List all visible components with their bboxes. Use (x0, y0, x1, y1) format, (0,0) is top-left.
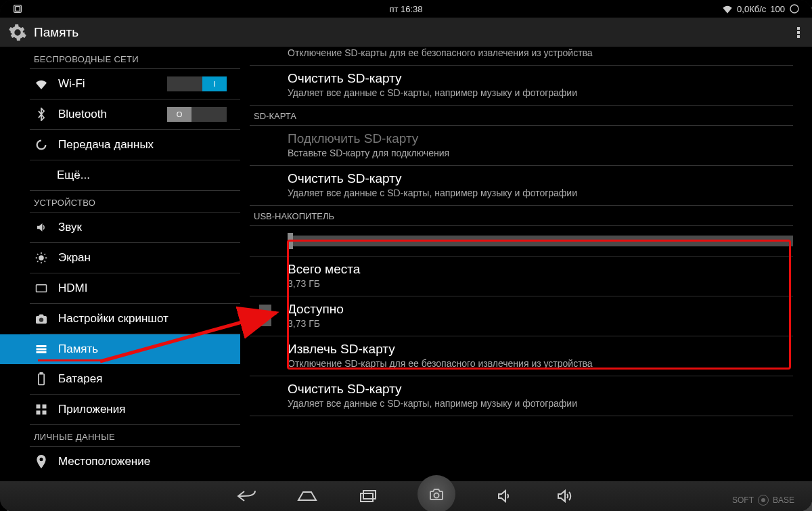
sidebar-item-display[interactable]: Экран (0, 243, 240, 273)
data-usage-icon (34, 139, 49, 151)
sound-icon (34, 221, 49, 234)
battery-icon (34, 372, 49, 386)
battery-icon (789, 3, 800, 14)
volume-down-icon[interactable] (493, 488, 516, 504)
sidebar-item-label: Звук (58, 221, 82, 234)
svg-rect-15 (37, 349, 47, 351)
wireless-header: БЕСПРОВОДНЫЕ СЕТИ (0, 47, 240, 68)
sidebar-item-hdmi[interactable]: HDMI (0, 273, 240, 303)
sidebar-item-label: Wi-Fi (58, 77, 85, 91)
svg-rect-16 (37, 351, 47, 353)
svg-line-10 (37, 261, 39, 263)
apps-icon (34, 403, 49, 416)
svg-rect-21 (37, 411, 41, 415)
svg-rect-1 (16, 7, 20, 12)
sd-card-header: SD-КАРТА (240, 106, 812, 125)
usb-storage-bar-row[interactable] (240, 226, 812, 256)
sidebar-item-label: Экран (58, 251, 91, 265)
row-total-space[interactable]: Всего места 3,73 ГБ (240, 257, 812, 296)
sidebar-item-data-usage[interactable]: Передача данных (0, 130, 240, 160)
row-available[interactable]: Доступно 3,73 ГБ (240, 296, 812, 336)
annotation-underline (38, 359, 108, 361)
location-icon (34, 455, 49, 468)
device-header: УСТРОЙСТВО (0, 191, 240, 212)
svg-point-2 (790, 5, 798, 13)
svg-point-3 (39, 255, 44, 261)
sidebar-item-screenshot[interactable]: Настройки скриншот (0, 304, 240, 334)
sidebar-item-wifi[interactable]: Wi-Fi I (0, 69, 240, 99)
sidebar-item-label: Приложения (58, 403, 125, 416)
row-mount-sd: Подключить SD-карту Вставьте SD-карту дл… (240, 126, 812, 165)
sidebar-item-apps[interactable]: Приложения (0, 395, 240, 424)
svg-rect-20 (43, 405, 47, 409)
recents-icon[interactable] (357, 488, 380, 504)
status-time: пт 16:38 (389, 4, 422, 14)
svg-line-9 (45, 261, 46, 263)
actionbar-title: Память (34, 25, 78, 40)
row-erase-usb[interactable]: Очистить SD-карту Удаляет все данные с S… (240, 376, 812, 416)
svg-rect-24 (363, 491, 376, 499)
battery-percent: 100 (770, 4, 785, 14)
svg-rect-19 (37, 405, 41, 409)
svg-rect-17 (39, 374, 44, 385)
volume-up-icon[interactable] (554, 488, 577, 504)
usb-storage-header: USB-НАКОПИТЕЛЬ (240, 206, 812, 225)
sidebar-item-location[interactable]: Местоположение (0, 447, 240, 476)
navigation-bar: SOFT BASE (0, 481, 812, 511)
svg-rect-23 (361, 493, 373, 502)
svg-line-11 (45, 254, 46, 255)
brightness-icon (34, 252, 49, 264)
sidebar-item-label: HDMI (58, 282, 87, 295)
sidebar-item-label: Ещё... (57, 169, 90, 182)
settings-gear-icon[interactable] (8, 23, 27, 42)
available-color-swatch (259, 305, 271, 326)
sidebar-item-label: Bluetooth (58, 108, 107, 121)
storage-icon (34, 344, 49, 355)
svg-rect-14 (37, 345, 47, 347)
personal-header: ЛИЧНЫЕ ДАННЫЕ (0, 425, 240, 446)
sidebar-item-sound[interactable]: Звук (0, 213, 240, 242)
sidebar-item-label: Батарея (58, 372, 102, 386)
home-icon[interactable] (296, 488, 319, 504)
screenshot-nav-icon[interactable] (418, 475, 455, 511)
watermark: SOFT BASE (732, 495, 794, 506)
bluetooth-toggle[interactable]: O (167, 107, 227, 122)
usb-storage-bar (288, 236, 793, 246)
sidebar-item-battery[interactable]: Батарея (0, 364, 240, 394)
storage-settings-content: Извлечь SD-карту Отключение SD-карты для… (240, 47, 812, 481)
camera-icon (34, 313, 49, 324)
action-bar: Память (0, 18, 812, 47)
hdmi-icon (34, 284, 49, 293)
sidebar-item-bluetooth[interactable]: Bluetooth O (0, 99, 240, 129)
svg-rect-18 (40, 373, 42, 374)
svg-rect-12 (37, 285, 47, 292)
wifi-icon (34, 79, 49, 89)
row-eject-usb[interactable]: Извлечь SD-карту Отключение SD-карты для… (240, 336, 812, 376)
status-bar: пт 16:38 0,0Кб/с 100 (0, 0, 812, 18)
sidebar-item-storage[interactable]: Память (0, 334, 240, 364)
svg-point-25 (434, 493, 439, 498)
sidebar-item-label: Память (58, 342, 98, 356)
svg-line-8 (37, 254, 39, 255)
svg-point-13 (39, 317, 43, 321)
row-erase-sd-1[interactable]: Очистить SD-карту Удаляет все данные с S… (240, 66, 812, 105)
data-rate: 0,0Кб/с (737, 4, 766, 14)
rotation-lock-icon (12, 3, 23, 14)
sidebar-item-label: Передача данных (58, 138, 154, 152)
bluetooth-icon (34, 108, 49, 121)
watermark-ring-icon (758, 495, 769, 506)
back-icon[interactable] (235, 488, 258, 504)
sidebar-item-label: Настройки скриншот (58, 312, 168, 326)
sidebar-item-label: Местоположение (58, 455, 150, 468)
overflow-menu-icon[interactable] (793, 23, 804, 42)
sidebar-item-more[interactable]: Ещё... (0, 160, 240, 190)
wifi-status-icon (722, 4, 733, 14)
android-settings-screen: пт 16:38 0,0Кб/с 100 Память БЕСПРОВОДНЫЕ… (0, 0, 812, 511)
row-eject-sd-top[interactable]: Извлечь SD-карту Отключение SD-карты для… (240, 47, 812, 65)
svg-rect-22 (43, 411, 47, 415)
wifi-toggle[interactable]: I (167, 76, 227, 91)
settings-sidebar: БЕСПРОВОДНЫЕ СЕТИ Wi-Fi I Bluetooth O Пе… (0, 47, 240, 481)
row-erase-sd-2[interactable]: Очистить SD-карту Удаляет все данные с S… (240, 166, 812, 205)
